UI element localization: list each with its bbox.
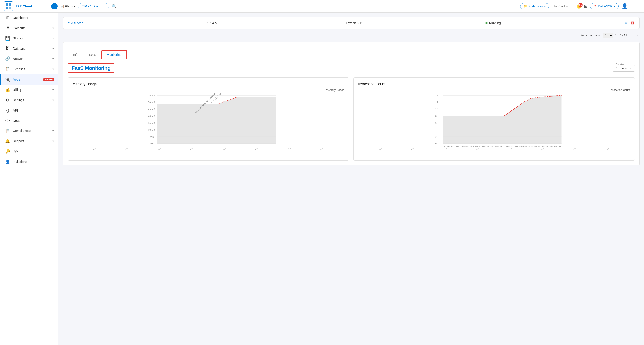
pagination-bar: Items per page: 5 10 20 1 – 1 of 1 ‹ › (63, 31, 640, 40)
dashboard-icon: ⊞ (5, 15, 10, 20)
logo-text: E2E Cloud (15, 4, 32, 8)
items-per-page-label: Items per page: (580, 34, 601, 37)
svg-text:30 MB: 30 MB (148, 101, 155, 104)
memory-legend-line (319, 90, 325, 90)
licenses-chevron-icon: ▾ (52, 68, 54, 71)
compliances-chevron-icon: ▾ (52, 129, 54, 132)
svg-text:6: 6 (435, 122, 437, 124)
invocation-chart-legend: Invocation Count (358, 89, 630, 92)
memory-chart-area: 35 MB 30 MB 25 MB 20 MB 15 MB 10 MB 5 MB… (72, 93, 344, 156)
memory-chart-legend: Memory Usage (72, 89, 344, 92)
status-dot (486, 22, 488, 24)
apps-icon: 🔌 (5, 77, 10, 82)
svg-text:2: 2 (435, 136, 437, 138)
svg-text:25 Oct 12:27 PM: 25 Oct 12:27 PM (443, 146, 458, 147)
svg-rect-3 (9, 7, 12, 9)
svg-text:25 Oct 12:28 PM: 25 Oct 12:28 PM (487, 146, 502, 147)
notifications-button[interactable]: 🔔 51 (576, 4, 581, 9)
row-memory: 1024 MB (207, 21, 346, 25)
duration-value: 1 minute (616, 66, 628, 70)
storage-icon: 💾 (5, 36, 10, 41)
faas-monitoring-title: FaaS Monitoring (68, 64, 114, 73)
svg-marker-45 (442, 95, 562, 144)
pagination-prev-button[interactable]: ‹ (630, 33, 633, 38)
sidebar-item-docs[interactable]: <> Docs (0, 115, 58, 126)
settings-chevron-icon: ▾ (52, 99, 54, 102)
dbaas-button[interactable]: 📁 final-dbaas ▾ (520, 3, 549, 9)
tir-button[interactable]: TIR - AI Platform (78, 3, 109, 10)
docs-icon: <> (5, 118, 10, 123)
pagination-range: 1 – 1 of 1 (615, 34, 627, 37)
svg-text:25 Oct 12:28 PM: 25 Oct 12:28 PM (546, 146, 561, 147)
sidebar-item-apps[interactable]: 🔌 Apps Internal (0, 74, 58, 85)
sidebar-item-dashboard[interactable]: ⊞ Dashboard (0, 13, 58, 23)
nav-back-button[interactable]: ‹ (51, 3, 58, 10)
pagination-next-button[interactable]: › (636, 33, 640, 38)
sidebar-item-settings[interactable]: ⚙ Settings ▾ (0, 95, 58, 105)
row-runtime: Python 3.11 (346, 21, 486, 25)
svg-text:25 Oct 12:28 PM: 25 Oct 12:28 PM (531, 146, 546, 147)
sidebar-item-api[interactable]: {} API (0, 105, 58, 115)
memory-chart-svg: 35 MB 30 MB 25 MB 20 MB 15 MB 10 MB 5 MB… (72, 93, 344, 147)
sidebar-item-compliances[interactable]: 📋 Compliances ▾ (0, 126, 58, 136)
charts-grid: Memory Usage Memory Usage 35 MB 30 MB 25… (68, 77, 635, 161)
network-chevron-icon: ▾ (52, 57, 54, 60)
sidebar-item-billing[interactable]: 💰 Billing ▾ (0, 85, 58, 95)
invocation-chart-svg: 14 12 10 8 6 4 2 0 (358, 93, 630, 147)
plans-icon: 📋 (60, 5, 64, 8)
edit-icon[interactable]: ✏ (625, 21, 628, 26)
plans-button[interactable]: 📋 Plans ▾ (60, 5, 75, 8)
svg-text:25 Oct 12:27 PM: 25 Oct 12:27 PM (458, 146, 472, 147)
svg-text:8: 8 (435, 115, 437, 118)
api-icon: {} (5, 108, 10, 113)
table-row: e2e-functio... 1024 MB Python 3.11 Runni… (63, 17, 640, 29)
sidebar-item-network[interactable]: 🔗 Network ▾ (0, 54, 58, 64)
top-navigation: E2E Cloud ‹ 📋 Plans ▾ TIR - AI Platform … (0, 0, 644, 13)
svg-text:20 MB: 20 MB (148, 115, 155, 118)
tab-logs[interactable]: Logs (84, 50, 101, 59)
main-content: e2e-functio... 1024 MB Python 3.11 Runni… (58, 13, 644, 345)
duration-select[interactable]: Duration 1 minute ▾ (613, 65, 635, 72)
user-name: ............ (631, 5, 640, 8)
svg-text:15 MB: 15 MB (148, 122, 155, 124)
region-button[interactable]: 📍 Delhi-NCR ▾ (590, 3, 618, 9)
tab-monitoring[interactable]: Monitoring (102, 50, 127, 59)
memory-usage-chart: Memory Usage Memory Usage 35 MB 30 MB 25… (68, 77, 349, 161)
svg-text:25 Oct 12:28 PM: 25 Oct 12:28 PM (517, 146, 531, 147)
duration-chevron-icon: ▾ (630, 67, 632, 70)
svg-rect-0 (6, 3, 8, 6)
sidebar-item-invitations[interactable]: 👤 Invitations (0, 157, 58, 167)
sidebar-item-support[interactable]: 🔔 Support ▾ (0, 136, 58, 146)
sidebar-item-iam[interactable]: 🔑 IAM (0, 146, 58, 157)
svg-text:4: 4 (435, 129, 437, 131)
section-header: FaaS Monitoring Duration 1 minute ▾ (68, 64, 635, 73)
invocation-chart-title: Invocation Count (358, 82, 630, 86)
invocation-chart-area: 14 12 10 8 6 4 2 0 (358, 93, 630, 156)
support-chevron-icon: ▾ (52, 140, 54, 143)
delete-icon[interactable]: 🗑 (631, 21, 635, 26)
billing-icon: 💰 (5, 87, 10, 92)
svg-text:25 Oct 12:28 PM: 25 Oct 12:28 PM (502, 146, 516, 147)
folder-icon: 📁 (524, 5, 527, 8)
sidebar-item-database[interactable]: 🗄 Database ▾ (0, 44, 58, 54)
per-page-select[interactable]: 5 10 20 (603, 33, 613, 38)
sidebar-item-storage[interactable]: 💾 Storage ▾ (0, 33, 58, 44)
svg-text:0 MB: 0 MB (148, 142, 154, 145)
support-icon: 🔔 (5, 139, 10, 144)
svg-text:12: 12 (435, 101, 438, 104)
row-status: Running (486, 21, 625, 25)
sidebar-item-compute[interactable]: 🖥 Compute ▾ (0, 23, 58, 33)
content-wrapper: Info Logs Monitoring FaaS Monitoring Dur… (63, 42, 640, 165)
sidebar-item-licenses[interactable]: 📋 Licenses ▾ (0, 64, 58, 74)
plans-chevron-icon: ▾ (74, 5, 75, 8)
apps-grid-button[interactable]: ⊞ (584, 4, 587, 9)
tab-info[interactable]: Info (68, 50, 84, 59)
licenses-icon: 📋 (5, 67, 10, 72)
tabs-bar: Info Logs Monitoring (68, 50, 635, 59)
billing-chevron-icon: ▾ (52, 88, 54, 91)
avatar-button[interactable]: 👤 (621, 3, 628, 10)
search-button[interactable]: 🔍 (112, 4, 117, 9)
storage-chevron-icon: ▾ (52, 37, 54, 40)
database-chevron-icon: ▾ (52, 47, 54, 50)
compliances-icon: 📋 (5, 128, 10, 133)
